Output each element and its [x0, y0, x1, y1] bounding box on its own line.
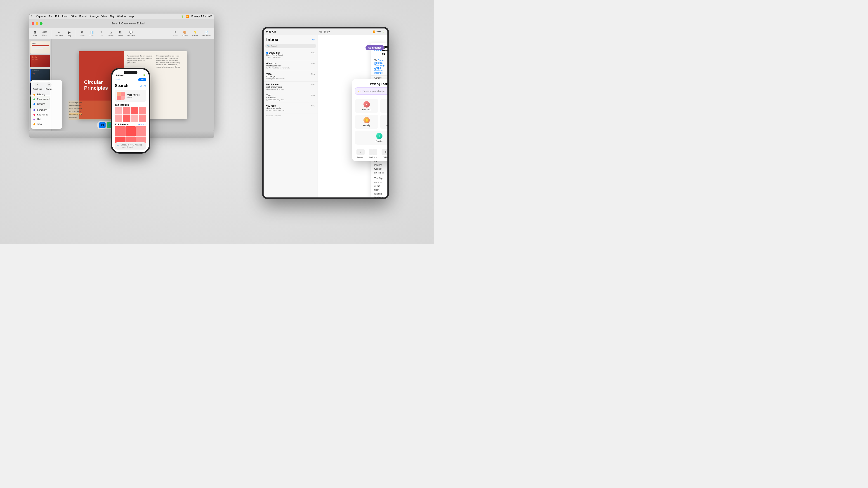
iphone-back-button[interactable]: ‹ Back: [115, 78, 121, 81]
maximize-button[interactable]: [40, 22, 42, 25]
menu-format[interactable]: Format: [79, 15, 87, 18]
proofread-grid-btn[interactable]: ✓ Proofread: [355, 99, 378, 113]
ipad-date: Mon Sep 9: [319, 31, 330, 33]
menu-play[interactable]: Play: [110, 15, 114, 18]
mail-item-5[interactable]: Tran Now Volleyball? g, I know it's only…: [264, 92, 318, 103]
menu-file[interactable]: File: [49, 15, 53, 18]
photo-3[interactable]: [131, 107, 138, 114]
menu-arrange[interactable]: Arrange: [90, 15, 99, 18]
ipad-time: 9:41 AM: [266, 30, 276, 33]
rewrite-header-btn[interactable]: ↺ Rewrite: [46, 82, 53, 90]
toolbar-share[interactable]: ⬆Share: [171, 30, 179, 37]
ipad-battery: 100%: [376, 31, 381, 33]
search-header: Search See All: [112, 82, 149, 89]
press-photos-item[interactable]: Press Photos Album: [115, 90, 146, 102]
concise-grid-btn[interactable]: + Concise: [355, 131, 388, 144]
mail-sender-3: Vega: [266, 73, 272, 75]
summary-bottom-btn[interactable]: ≡ Summary: [355, 149, 366, 158]
slide-thumb-1[interactable]: Topics: [30, 41, 50, 54]
list-option[interactable]: List: [31, 117, 62, 122]
professional-option[interactable]: Professional: [31, 97, 62, 102]
summarize-button[interactable]: Summarize: [366, 45, 384, 50]
menu-view[interactable]: View: [101, 15, 107, 18]
mail-item-4[interactable]: han Bensen Now draft of my thesis of my …: [264, 82, 318, 92]
mail-item-3[interactable]: Vega Now Exchange time again! Respond to…: [264, 71, 318, 82]
iphone-body: 9:41 AM 🔋 ‹ Back Done Search See All: [111, 68, 150, 154]
clock-label: Mon Apr 1 9:41 AM: [191, 15, 212, 18]
toolbar-view[interactable]: ⊞View: [31, 30, 39, 37]
slide-thumb-2[interactable]: Circular Principles: [30, 55, 50, 67]
summary-option[interactable]: Summary: [31, 107, 62, 112]
photo-6[interactable]: [123, 115, 130, 122]
toolbar-text[interactable]: TText: [97, 30, 105, 37]
toolbar-shape[interactable]: ◻Shape: [107, 30, 115, 37]
table-option[interactable]: Table: [31, 122, 62, 127]
toolbar-media[interactable]: 🖼Media: [116, 30, 124, 37]
mail-detail: Cancel Updates from 61° N ℹ To: Sarah Mu…: [318, 35, 388, 197]
menu-help[interactable]: Help: [129, 15, 134, 18]
iphone-battery-icon: 🔋: [143, 74, 145, 76]
toolbar-add-slide[interactable]: +Add Slide: [54, 30, 64, 37]
photo-mini-1: [117, 92, 121, 96]
table-bottom-btn[interactable]: ⊞ Table: [380, 149, 388, 158]
photo-5[interactable]: [115, 115, 122, 122]
mail-time-3: Now: [311, 73, 315, 75]
toolbar-document[interactable]: 📄Document: [201, 30, 212, 37]
compose-icon[interactable]: ✏: [312, 38, 315, 41]
result-photo-3[interactable]: [136, 126, 146, 136]
mail-preview-6: for the connection, Yo...: [266, 109, 315, 111]
toolbar-chart[interactable]: 📊Chart: [88, 30, 96, 37]
mail-item-6[interactable]: y & Yoko Now Jimmy <> Maria for the conn…: [264, 103, 318, 113]
mail-time-2: Now: [311, 62, 315, 64]
table-dot-icon: [33, 123, 35, 125]
photo-4[interactable]: [139, 107, 146, 114]
mail-container: Inbox ✏ 🔍 Search Doyle Bay: [264, 35, 388, 197]
toolbar-format[interactable]: 🎨Format: [181, 30, 189, 37]
mail-item-2[interactable]: & Marcus Now Meeting the date ia, We wou…: [264, 60, 318, 71]
close-button[interactable]: [32, 22, 34, 25]
key-points-option[interactable]: Key Points: [31, 112, 62, 117]
mail-preview-2: ia, We would be so honored...: [266, 67, 315, 69]
photo-7[interactable]: [131, 115, 138, 122]
mail-search[interactable]: 🔍 Search: [266, 43, 316, 48]
compose-to-field[interactable]: To: Sarah Murguia, Xiaomeng Zhong, Graha…: [371, 58, 388, 76]
photo-2[interactable]: [123, 107, 130, 114]
menu-window[interactable]: Window: [117, 15, 126, 18]
toolbar-play[interactable]: ▶Play: [65, 30, 73, 37]
menu-insert[interactable]: Insert: [62, 15, 68, 18]
key-points-bottom-icon: •••: [369, 149, 377, 155]
dock-finder-icon[interactable]: 🖥: [99, 122, 105, 128]
iphone-done-button[interactable]: Done: [138, 78, 146, 81]
photo-8[interactable]: [139, 115, 146, 122]
proofread-header-btn[interactable]: ✓ Proofread: [33, 82, 42, 90]
writing-tools-input[interactable]: ✨ Describe your change 🎙: [355, 88, 388, 95]
result-photo-2[interactable]: [125, 126, 135, 136]
toolbar-zoom[interactable]: 41%Zoom: [41, 30, 49, 37]
slide-thumb-3[interactable]: Environment 02: [30, 69, 50, 81]
visual-search-bar[interactable]: 🔍 Stacey in NYC wearing her pink coat: [115, 142, 146, 150]
mail-search-icon: 🔍: [267, 45, 270, 47]
mail-item-1[interactable]: Doyle Bay Now Road Trip to Court ...list…: [264, 50, 318, 60]
menu-edit[interactable]: Edit: [55, 15, 59, 18]
table-bottom-label: Table: [383, 156, 388, 158]
rewrite-grid-btn[interactable]: ↺ Rewrite: [380, 99, 388, 113]
mail-sender-6: y & Yoko: [266, 105, 276, 107]
friendly-option[interactable]: Friendly: [31, 92, 62, 97]
toolbar-comment[interactable]: 💬Comment: [126, 30, 136, 37]
concise-option[interactable]: Concise: [31, 102, 62, 106]
friendly-label: Friendly: [37, 93, 45, 96]
mail-preview-5: g, I know it's only June...: [266, 99, 315, 101]
see-all-link[interactable]: See All: [140, 85, 146, 87]
key-points-bottom-btn[interactable]: ••• Key Points: [368, 149, 379, 158]
writing-tools-bottom-row: ≡ Summary ••• Key Points ⊞ Table: [352, 149, 388, 161]
result-photo-1[interactable]: [115, 126, 125, 136]
toolbar-animate[interactable]: ✨Animate: [190, 30, 199, 37]
results-select[interactable]: Select ↑↓: [138, 123, 146, 126]
menu-slide[interactable]: Slide: [71, 15, 76, 18]
photo-1[interactable]: [115, 107, 122, 114]
minimize-button[interactable]: [36, 22, 38, 25]
iphone-device: 9:41 AM 🔋 ‹ Back Done Search See All: [111, 68, 150, 154]
professional-grid-btn[interactable]: 💼 Professional: [380, 115, 388, 129]
friendly-grid-btn[interactable]: 😊 Friendly: [355, 115, 378, 129]
toolbar-table[interactable]: ⊟Table: [78, 30, 86, 37]
